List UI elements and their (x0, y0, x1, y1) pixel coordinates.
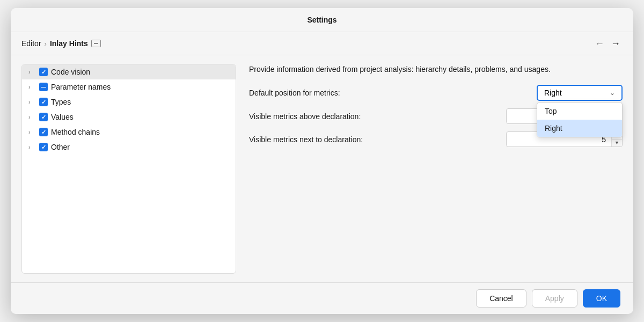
breadcrumb-parent[interactable]: Editor (21, 39, 41, 48)
settings-dialog: Settings Editor › Inlay Hints ← → ›Code … (11, 8, 633, 314)
breadcrumb-bar: Editor › Inlay Hints ← → (11, 32, 633, 55)
dropdown-option-top[interactable]: Top (537, 103, 622, 120)
sidebar-item-values[interactable]: ›Values (22, 109, 236, 125)
setting-row-default-position: Default position for metrics: Right ⌄ To… (249, 85, 623, 101)
dropdown-selected-value: Right (544, 89, 562, 97)
visible-next-label: Visible metrics next to declaration: (249, 135, 500, 144)
sidebar-item-label: Parameter names (51, 83, 111, 91)
dropdown-menu: TopRight (537, 102, 623, 137)
sidebar-item-code-vision[interactable]: ›Code vision (22, 64, 236, 79)
settings-rows: Default position for metrics: Right ⌄ To… (249, 85, 623, 147)
position-dropdown[interactable]: Right ⌄ (537, 85, 623, 101)
sidebar-item-label: Code vision (51, 68, 90, 76)
chevron-icon: › (28, 144, 36, 150)
nav-arrows: ← → (592, 38, 623, 49)
chevron-down-icon: ⌄ (610, 89, 615, 97)
sidebar-item-other[interactable]: ›Other (22, 140, 236, 155)
sidebar-item-label: Other (51, 143, 70, 151)
sidebar-item-types[interactable]: ›Types (22, 94, 236, 109)
chevron-icon: › (28, 99, 36, 105)
forward-button[interactable]: → (609, 38, 623, 49)
breadcrumb-separator: › (45, 40, 47, 48)
breadcrumb: Editor › Inlay Hints (21, 39, 101, 48)
checkbox-types[interactable] (39, 98, 48, 106)
visible-above-label: Visible metrics above declaration: (249, 112, 500, 121)
breadcrumb-current: Inlay Hints (50, 39, 88, 48)
ok-button[interactable]: OK (583, 289, 620, 308)
chevron-icon: › (28, 84, 36, 90)
checkbox-values[interactable] (39, 113, 48, 121)
chevron-icon: › (28, 69, 36, 75)
layout-icon (91, 40, 101, 47)
checkbox-code-vision[interactable] (39, 68, 48, 76)
sidebar-item-method-chains[interactable]: ›Method chains (22, 125, 236, 140)
back-button[interactable]: ← (592, 38, 606, 49)
chevron-icon: › (28, 114, 36, 120)
sidebar-item-label: Method chains (51, 128, 100, 136)
dialog-body: ›Code vision›Parameter names›Types›Value… (11, 55, 633, 282)
sidebar-item-label: Values (51, 113, 74, 121)
dropdown-option-right[interactable]: Right (537, 120, 622, 137)
checkbox-method-chains[interactable] (39, 128, 48, 136)
chevron-icon: › (28, 129, 36, 135)
dialog-title: Settings (11, 8, 633, 32)
cancel-button[interactable]: Cancel (476, 289, 526, 308)
sidebar-item-label: Types (51, 98, 71, 106)
checkbox-other[interactable] (39, 143, 48, 151)
description-text: Provide information derived from project… (249, 64, 623, 75)
checkbox-parameter-names[interactable] (39, 83, 48, 91)
dropdown-container: Right ⌄ TopRight (537, 85, 623, 101)
default-position-label: Default position for metrics: (249, 89, 530, 97)
spinner-down-next[interactable]: ▼ (612, 139, 622, 147)
apply-button[interactable]: Apply (532, 289, 577, 308)
content-panel: Provide information derived from project… (249, 64, 623, 274)
dialog-footer: Cancel Apply OK (11, 282, 633, 314)
sidebar-item-parameter-names[interactable]: ›Parameter names (22, 79, 236, 94)
sidebar: ›Code vision›Parameter names›Types›Value… (21, 64, 236, 274)
